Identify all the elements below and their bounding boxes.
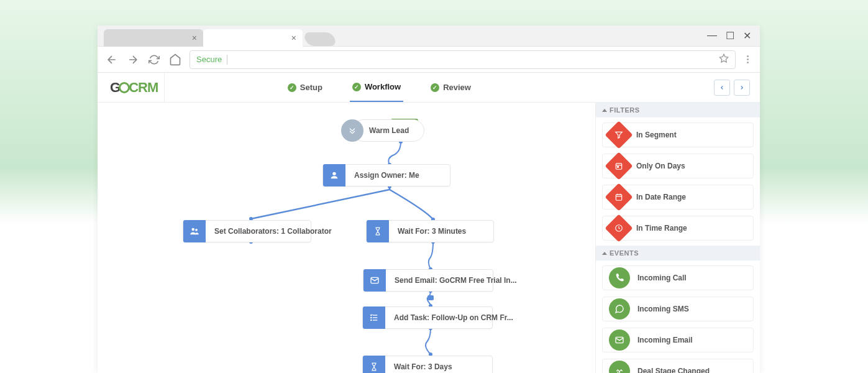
hourglass-icon [363,356,385,373]
svg-point-14 [332,172,336,175]
svg-point-22 [371,320,372,320]
panel-title: EVENTS [610,249,639,257]
check-icon: ✓ [352,83,361,91]
minimize-icon[interactable]: — [707,30,717,42]
close-icon[interactable]: × [291,33,296,43]
maximize-icon[interactable]: ☐ [726,30,734,42]
node-label: Add Task: Follow-Up on CRM Fr... [385,313,522,322]
envelope-icon [609,329,630,351]
calendar-icon [605,183,633,211]
node-label: Send Email: GoCRM Free Trial In... [386,276,526,285]
app-header: G CRM ✓ Setup ✓ Workflow ✓ Review [98,73,760,103]
hourglass-icon [367,220,389,242]
filter-items: In Segment Only On Days In Date Range [596,117,760,246]
item-label: Incoming Call [637,274,687,282]
filter-in-segment[interactable]: In Segment [602,122,754,147]
svg-rect-9 [427,295,434,300]
users-icon [183,220,206,242]
step-label: Setup [300,83,322,92]
filters-header[interactable]: FILTERS [596,103,760,117]
user-icon [323,164,345,186]
step-review[interactable]: ✓ Review [428,73,473,102]
logo-icon [119,82,130,93]
browser-tabs: × × [98,25,335,46]
chat-icon [609,298,630,320]
event-items: Incoming Call Incoming SMS Incoming Emai… [596,260,760,373]
node-label: Set Collaborators: 1 Collaborator [206,227,340,236]
svg-point-21 [371,317,372,318]
clock-icon [605,214,633,242]
filter-in-date-range[interactable]: In Date Range [602,185,754,210]
step-workflow[interactable]: ✓ Workflow [350,73,403,102]
prev-button[interactable] [714,80,730,96]
forward-icon[interactable] [126,53,140,67]
node-assign-owner[interactable]: Assign Owner: Me [322,164,450,186]
phone-icon [609,267,630,288]
events-header[interactable]: EVENTS [596,246,760,260]
reload-icon[interactable] [147,53,161,67]
svg-rect-27 [616,195,621,200]
panel-title: FILTERS [610,106,640,114]
divider [227,55,227,65]
node-wait-3min[interactable]: Wait For: 3 Minutes [366,220,494,242]
filter-in-time-range[interactable]: In Time Range [602,216,754,241]
chevron-down-icon [341,119,363,142]
window-controls: — ☐ ✕ [707,30,760,42]
filter-only-on-days[interactable]: Only On Days [602,154,754,178]
start-node[interactable]: Warm Lead [341,119,424,142]
item-label: In Time Range [636,224,687,233]
event-incoming-call[interactable]: Incoming Call [602,265,754,290]
browser-toolbar: Secure [98,47,760,73]
step-setup[interactable]: ✓ Setup [285,73,325,102]
workflow-steps: ✓ Setup ✓ Workflow ✓ Review [285,73,473,102]
node-set-collaborators[interactable]: Set Collaborators: 1 Collaborator [183,220,311,242]
star-icon[interactable] [719,53,729,66]
item-label: Incoming Email [637,336,693,344]
close-window-icon[interactable]: ✕ [743,30,751,42]
item-label: Deal Stage Changed [637,367,710,373]
item-label: In Date Range [636,193,686,201]
svg-marker-23 [616,132,623,138]
back-icon[interactable] [105,53,119,67]
secure-label: Secure [196,55,222,64]
item-label: Only On Days [636,162,685,170]
browser-tab-active[interactable]: × [203,29,303,47]
browser-tab[interactable]: × [104,29,203,47]
node-label: Wait For: 3 Minutes [389,227,475,236]
event-deal-stage-changed[interactable]: Deal Stage Changed [602,359,754,373]
node-send-email[interactable]: Send Email: GoCRM Free Trial In... [363,269,493,292]
item-label: Incoming SMS [637,305,689,313]
calendar-day-icon [605,152,633,180]
step-label: Review [443,83,471,92]
svg-marker-0 [720,54,728,62]
home-icon[interactable] [168,53,182,67]
node-label: Assign Owner: Me [345,171,428,180]
nav-buttons [714,80,754,96]
app-body: START Warm Lead Assign Owner: Me Set C [98,103,760,373]
list-icon [363,306,385,329]
event-incoming-sms[interactable]: Incoming SMS [602,297,754,321]
workflow-canvas[interactable]: START Warm Lead Assign Owner: Me Set C [98,103,595,373]
item-label: In Segment [636,131,677,139]
close-icon[interactable]: × [192,33,197,43]
browser-menu-icon[interactable] [743,55,752,63]
titlebar: × × — ☐ ✕ [98,25,760,47]
new-tab-button[interactable] [303,32,337,46]
node-label: Wait For: 3 Days [385,362,461,371]
caret-up-icon [602,252,607,255]
address-bar[interactable]: Secure [190,50,736,69]
step-label: Workflow [365,82,401,91]
next-button[interactable] [734,80,750,96]
caret-up-icon [602,109,607,112]
logo[interactable]: G CRM [104,73,165,102]
event-incoming-email[interactable]: Incoming Email [602,328,754,352]
logo-text-crm: CRM [129,80,158,96]
node-add-task[interactable]: Add Task: Follow-Up on CRM Fr... [362,306,493,329]
connectors [98,103,595,373]
envelope-icon [363,269,386,292]
svg-point-15 [192,228,195,231]
node-wait-3days[interactable]: Wait For: 3 Days [362,356,493,373]
check-icon: ✓ [431,83,439,92]
funnel-icon [605,121,633,149]
svg-rect-26 [618,167,619,168]
